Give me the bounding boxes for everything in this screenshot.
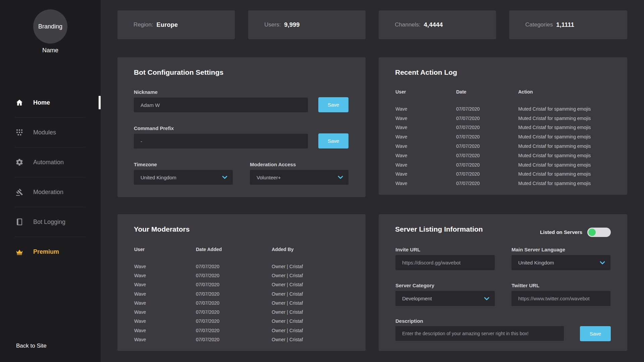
table-cell: Muted Cristaf for spamming emojis: [518, 181, 610, 186]
moderation-access-dropdown[interactable]: Volunteer+: [250, 170, 348, 185]
bot-configuration-card: Bot Configuration Settings Nickname Save…: [117, 57, 366, 197]
table-cell: 07/07/2020: [196, 337, 272, 342]
table-cell: 07/07/2020: [196, 318, 272, 324]
table-cell: Wave: [134, 318, 196, 324]
table-row: Wave07/07/2020Muted Cristaf for spamming…: [395, 170, 610, 179]
table-cell: 07/07/2020: [196, 300, 272, 306]
table-cell: Wave: [134, 282, 196, 287]
table-cell: Muted Cristaf for spamming emojis: [518, 125, 610, 130]
nickname-input[interactable]: [134, 98, 308, 112]
table-cell: Wave: [134, 300, 196, 306]
table-cell: Wave: [395, 106, 456, 112]
table-cell: Wave: [395, 171, 456, 177]
command-prefix-input[interactable]: [134, 134, 308, 148]
column-header: User: [134, 247, 196, 252]
automation-icon: [15, 158, 24, 167]
server-listing-card: Server Listing Information Listed on Ser…: [379, 214, 627, 351]
table-row: Wave07/07/2020Owner | Cristaf: [134, 280, 349, 289]
listed-on-servers-toggle[interactable]: [587, 228, 611, 237]
back-to-site-link[interactable]: Back to Site: [16, 343, 47, 349]
timezone-dropdown[interactable]: United Kingdom: [134, 170, 233, 185]
table-cell: Owner | Cristaf: [272, 328, 349, 333]
sidebar-item-label: Automation: [33, 159, 64, 166]
table-cell: 07/07/2020: [196, 264, 272, 269]
save-listing-button[interactable]: Save: [580, 326, 611, 341]
stat-label: Users:: [264, 21, 281, 28]
column-header: Added By: [272, 247, 349, 252]
table-cell: Owner | Cristaf: [272, 273, 349, 278]
server-category-dropdown[interactable]: Development: [395, 291, 495, 306]
sidebar-item-modules[interactable]: Modules: [15, 118, 86, 147]
language-value: United Kingdom: [518, 260, 554, 265]
table-header: User Date Added Added By: [134, 247, 349, 252]
table-cell: Muted Cristaf for spamming emojis: [518, 143, 610, 149]
table-cell: 07/07/2020: [456, 171, 518, 177]
table-cell: 07/07/2020: [456, 181, 518, 186]
table-cell: 07/07/2020: [456, 162, 518, 168]
table-cell: Wave: [395, 116, 456, 121]
stat-card-channels: Channels: 4,4444: [379, 10, 496, 39]
table-cell: 07/07/2020: [196, 309, 272, 315]
table-cell: Muted Cristaf for spamming emojis: [518, 171, 610, 177]
table-row: Wave07/07/2020Owner | Cristaf: [134, 271, 349, 280]
card-title: Bot Configuration Settings: [134, 68, 223, 76]
stat-value: 9,999: [284, 21, 300, 28]
twitter-url-label: Twitter URL: [512, 283, 539, 288]
save-nickname-button[interactable]: Save: [318, 97, 348, 112]
table-cell: Muted Cristaf for spamming emojis: [518, 153, 610, 158]
description-input[interactable]: [395, 326, 564, 341]
chevron-down-icon: [483, 295, 491, 303]
modules-icon: [15, 128, 24, 137]
stat-card-users: Users: 9,999: [248, 10, 366, 39]
table-cell: Wave: [395, 181, 456, 186]
sidebar-item-label: Moderation: [33, 189, 63, 196]
card-title: Recent Action Log: [395, 68, 457, 76]
sidebar-item-home[interactable]: Home: [15, 88, 86, 118]
sidebar-item-moderation[interactable]: Moderation: [15, 177, 86, 207]
bot-logging-icon: [15, 218, 24, 226]
table-cell: 07/07/2020: [196, 282, 272, 287]
sidebar-item-automation[interactable]: Automation: [15, 147, 86, 177]
action-log-table: Wave07/07/2020Muted Cristaf for spamming…: [395, 104, 610, 188]
active-indicator: [99, 96, 101, 109]
table-cell: Muted Cristaf for spamming emojis: [518, 106, 610, 112]
table-cell: 07/07/2020: [196, 291, 272, 297]
premium-crown-icon: [15, 248, 24, 256]
table-cell: 07/07/2020: [456, 134, 518, 139]
table-cell: Muted Cristaf for spamming emojis: [518, 116, 610, 121]
main-server-language-dropdown[interactable]: United Kingdom: [512, 255, 610, 270]
table-row: Wave07/07/2020Muted Cristaf for spamming…: [395, 151, 610, 160]
table-cell: 07/07/2020: [456, 125, 518, 130]
table-row: Wave07/07/2020Owner | Cristaf: [134, 289, 349, 298]
home-icon: [15, 98, 24, 107]
table-cell: Owner | Cristaf: [272, 318, 349, 324]
twitter-url-input[interactable]: [512, 291, 610, 306]
invite-url-input[interactable]: [395, 255, 495, 270]
nickname-label: Nickname: [134, 89, 158, 95]
sidebar-item-premium[interactable]: Premium: [15, 237, 86, 267]
table-cell: Owner | Cristaf: [272, 264, 349, 269]
chevron-down-icon: [336, 173, 344, 181]
table-cell: Wave: [134, 264, 196, 269]
stat-card-region: Region: Europe: [117, 10, 235, 39]
sidebar-item-bot-logging[interactable]: Bot Logging: [15, 207, 86, 237]
table-cell: Wave: [395, 134, 456, 139]
card-title: Your Moderators: [134, 225, 190, 233]
timezone-value: United Kingdom: [141, 175, 176, 180]
table-cell: Wave: [395, 125, 456, 130]
table-cell: Owner | Cristaf: [272, 291, 349, 297]
table-row: Wave07/07/2020Muted Cristaf for spamming…: [395, 141, 610, 151]
table-row: Wave07/07/2020Owner | Cristaf: [134, 335, 349, 344]
table-cell: Owner | Cristaf: [272, 309, 349, 315]
timezone-label: Timezone: [134, 162, 157, 167]
toggle-knob: [588, 229, 596, 236]
column-header: Date: [456, 89, 518, 95]
table-row: Wave07/07/2020Muted Cristaf for spamming…: [395, 123, 610, 132]
main-server-language-label: Main Server Language: [512, 247, 565, 252]
table-cell: Wave: [134, 309, 196, 315]
table-cell: Wave: [134, 328, 196, 333]
save-prefix-button[interactable]: Save: [318, 133, 348, 148]
brand-name: Name: [0, 47, 101, 54]
stat-label: Categories: [525, 21, 553, 28]
description-label: Description: [395, 318, 423, 324]
